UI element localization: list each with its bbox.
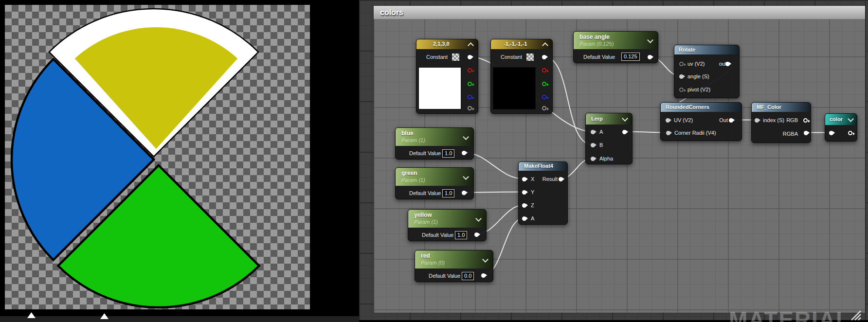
pin-in-a[interactable]	[522, 216, 526, 221]
pin-out-g[interactable]	[542, 82, 546, 86]
node-rotate[interactable]: Rotate uv (V2) out angle (S) pivot (V2)	[674, 45, 740, 98]
pin-in-y[interactable]	[522, 190, 526, 195]
pin-out[interactable]	[725, 62, 730, 66]
material-editor-window: colors 2,1,3,0 Constant	[0, 0, 868, 322]
default-value-input[interactable]: 0.0	[462, 272, 474, 280]
default-value-input[interactable]: 1.0	[442, 149, 454, 158]
texture-checker-icon	[452, 54, 459, 61]
pin-out-rgba[interactable]	[468, 55, 472, 59]
cropped-bottom-toolbar	[0, 316, 359, 322]
chevron-down-icon[interactable]	[475, 215, 482, 222]
pin-in-z[interactable]	[522, 203, 526, 208]
pin-out-rgba[interactable]	[542, 55, 546, 59]
node-lerp[interactable]: Lerp A B Alpha	[585, 113, 633, 164]
chevron-down-icon[interactable]	[482, 256, 488, 263]
default-value-input[interactable]: 1.0	[442, 189, 454, 197]
pin-in[interactable]	[829, 131, 833, 135]
node-constant-white[interactable]: 2,1,3,0 Constant	[416, 39, 478, 114]
comment-header[interactable]: colors	[374, 6, 865, 19]
node-roundedcorners[interactable]: RoundedCorners UV (V2) Out Corner Radii …	[660, 102, 742, 141]
constant-preview-swatch	[493, 67, 536, 109]
chevron-down-icon[interactable]	[463, 134, 469, 140]
resize-grip-icon[interactable]	[848, 307, 862, 321]
collapse-chevron-icon[interactable]	[542, 42, 548, 49]
constant-preview-swatch	[418, 67, 461, 109]
pin-out-rgba[interactable]	[804, 131, 808, 135]
pin-out[interactable]	[848, 131, 852, 135]
default-value-input[interactable]: 1.0	[455, 231, 467, 239]
pin-out-r[interactable]	[542, 68, 546, 72]
pin-in-pivot[interactable]	[679, 88, 684, 92]
pin-in-alpha[interactable]	[591, 157, 595, 161]
chevron-down-icon[interactable]	[463, 174, 469, 180]
triangle-glyph-icon	[27, 312, 36, 318]
pin-out[interactable]	[729, 118, 733, 123]
pin-out-result[interactable]	[559, 177, 563, 181]
node-param-green[interactable]: green Param (1) Default Value 1.0	[395, 167, 474, 199]
pin-out-b[interactable]	[542, 95, 546, 99]
node-param-blue[interactable]: blue Param (1) Default Value 1.0	[395, 127, 474, 160]
material-preview-render	[5, 5, 310, 309]
node-param-base-angle[interactable]: base angle Param (0.125) Default Value 0…	[573, 31, 658, 63]
material-preview-viewport[interactable]	[5, 5, 310, 309]
pin-in-uv[interactable]	[666, 118, 670, 123]
pin-out-rgb[interactable]	[803, 118, 808, 123]
node-makefloat4[interactable]: MakeFloat4 X Result Y Z A	[518, 161, 568, 225]
node-param-red[interactable]: red Param (0) Default Value 0.0	[415, 250, 493, 282]
pin-in-index[interactable]	[755, 118, 759, 123]
collapse-chevron-icon[interactable]	[468, 42, 474, 49]
chevron-down-icon[interactable]	[647, 37, 653, 43]
node-constant-black[interactable]: -1,-1,-1,-1 Constant	[490, 39, 553, 114]
pin-out-a[interactable]	[468, 106, 472, 110]
pin-in-corner-radii[interactable]	[666, 131, 670, 135]
texture-checker-icon	[526, 54, 534, 61]
node-color-output[interactable]: color	[825, 113, 857, 142]
pin-out-value[interactable]	[474, 233, 479, 237]
default-value-input[interactable]: 0.125	[621, 53, 640, 61]
chevron-down-icon[interactable]	[622, 115, 628, 122]
pin-out-value[interactable]	[462, 191, 466, 195]
node-param-yellow[interactable]: yellow Param (1) Default Value 1.0	[408, 209, 487, 241]
pin-out-value[interactable]	[481, 273, 486, 278]
pin-in-angle[interactable]	[679, 74, 684, 79]
pin-out-value[interactable]	[648, 55, 652, 59]
pin-in-a[interactable]	[591, 130, 595, 134]
pin-out-g[interactable]	[468, 82, 472, 86]
pin-out-a[interactable]	[542, 106, 546, 110]
pin-in-uv[interactable]	[679, 62, 684, 66]
pin-in-x[interactable]	[522, 177, 526, 181]
pin-out-b[interactable]	[468, 95, 472, 99]
node-mf-color[interactable]: MF_Color index (S) RGB RGBA	[751, 102, 811, 143]
chevron-down-icon[interactable]	[848, 116, 854, 122]
pin-out-r[interactable]	[468, 68, 472, 72]
pin-in-b[interactable]	[591, 143, 595, 147]
pin-out[interactable]	[622, 130, 627, 134]
material-watermark: MATERIAL	[729, 306, 850, 322]
pin-out-value[interactable]	[462, 151, 466, 155]
